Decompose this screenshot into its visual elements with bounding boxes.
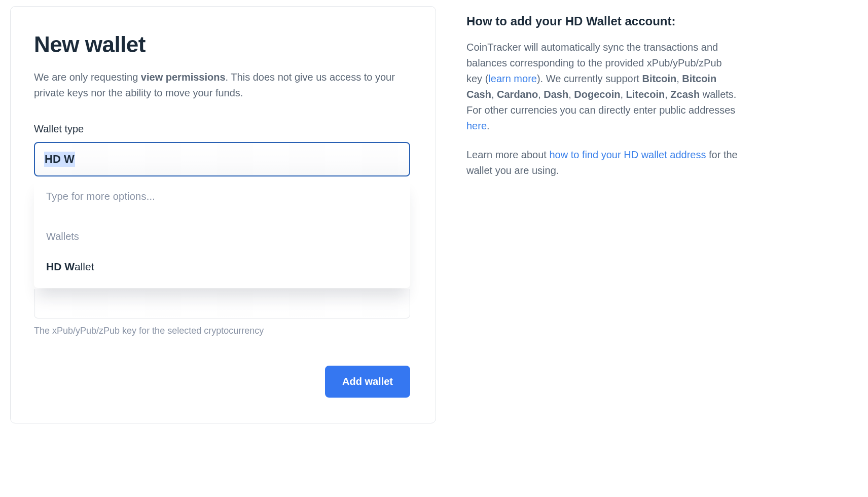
help-p1-mid1: ). We currently support	[537, 73, 642, 84]
coin-bitcoin: Bitcoin	[642, 73, 676, 84]
page-title: New wallet	[34, 32, 410, 57]
subtitle-text-before: We are only requesting	[34, 72, 141, 83]
coin-litecoin: Litecoin	[626, 89, 665, 100]
help-panel: How to add your HD Wallet account: CoinT…	[466, 0, 750, 423]
dropdown-item-match: HD W	[46, 261, 75, 272]
help-paragraph-1: CoinTracker will automatically sync the …	[466, 40, 738, 134]
learn-more-link[interactable]: learn more	[488, 73, 537, 84]
wallet-type-combobox: HD W Type for more options... Wallets HD…	[34, 142, 410, 176]
wallet-type-input-value: HD W	[44, 152, 75, 167]
subtitle-text-strong: view permissions	[141, 72, 226, 83]
pubkey-input[interactable]	[34, 289, 410, 318]
pubkey-helper-text: The xPub/yPub/zPub key for the selected …	[34, 326, 410, 336]
wallet-type-dropdown: Type for more options... Wallets HD Wall…	[34, 176, 410, 288]
coin-cardano: Cardano	[497, 89, 538, 100]
wallet-type-label: Wallet type	[34, 123, 410, 135]
dropdown-item-hd-wallet[interactable]: HD Wallet	[46, 261, 398, 273]
wallet-type-input[interactable]: HD W	[34, 142, 410, 176]
pubkey-area: The xPub/yPub/zPub key for the selected …	[34, 289, 410, 336]
form-actions: Add wallet	[34, 366, 410, 398]
permissions-subtitle: We are only requesting view permissions.…	[34, 69, 410, 101]
dropdown-section-label: Wallets	[46, 231, 398, 242]
help-paragraph-2: Learn more about how to find your HD wal…	[466, 147, 738, 179]
new-wallet-card: New wallet We are only requesting view p…	[10, 6, 436, 423]
help-heading: How to add your HD Wallet account:	[466, 14, 738, 28]
dropdown-item-rest: allet	[75, 261, 94, 272]
add-wallet-button[interactable]: Add wallet	[325, 366, 410, 398]
public-addresses-here-link[interactable]: here	[466, 120, 487, 131]
dropdown-hint: Type for more options...	[46, 191, 398, 202]
coin-zcash: Zcash	[670, 89, 700, 100]
help-p1-after: .	[487, 120, 490, 131]
coin-dogecoin: Dogecoin	[574, 89, 620, 100]
help-p2-before: Learn more about	[466, 149, 549, 160]
coin-dash: Dash	[544, 89, 568, 100]
find-hd-wallet-address-link[interactable]: how to find your HD wallet address	[549, 149, 706, 160]
